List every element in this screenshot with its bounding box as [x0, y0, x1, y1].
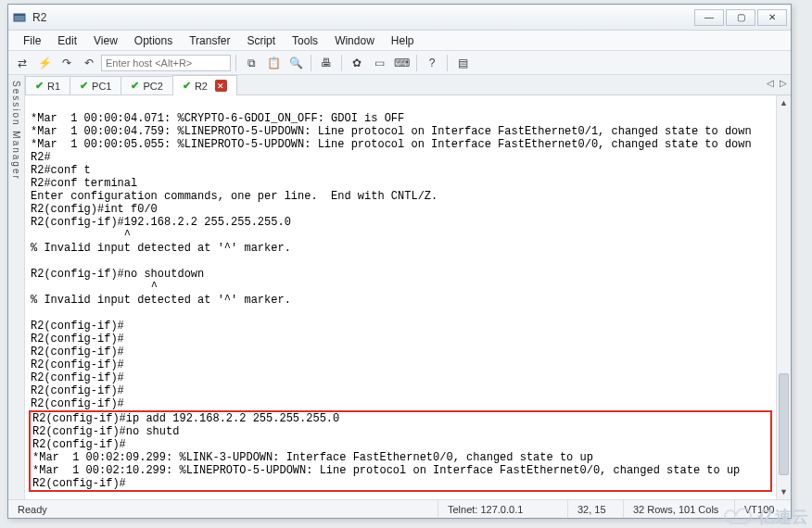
scroll-up-icon[interactable]: ▲: [777, 95, 791, 110]
status-connection: Telnet: 127.0.0.1: [438, 500, 568, 518]
check-icon: ✔: [183, 80, 191, 92]
close-button[interactable]: ✕: [757, 9, 787, 26]
maximize-button[interactable]: ▢: [726, 9, 755, 26]
status-ready: Ready: [8, 500, 438, 518]
menu-transfer[interactable]: Transfer: [182, 32, 237, 49]
scroll-down-icon[interactable]: ▼: [777, 484, 791, 499]
host-input[interactable]: [101, 55, 231, 71]
app-icon: [12, 10, 27, 25]
terminal-output[interactable]: *Mar 1 00:00:04.071: %CRYPTO-6-GDOI_ON_O…: [25, 95, 776, 499]
tab-pc2[interactable]: ✔ PC2: [121, 76, 172, 94]
find-icon[interactable]: 🔍: [285, 54, 306, 72]
tab-scroll-left-icon[interactable]: ◁: [767, 78, 774, 88]
session-manager-label: Session Manager: [11, 81, 21, 181]
menu-options[interactable]: Options: [127, 32, 180, 49]
menu-help[interactable]: Help: [384, 32, 422, 49]
menubar: File Edit View Options Transfer Script T…: [8, 31, 791, 51]
toolbar-separator: [447, 55, 448, 71]
toggle-icon[interactable]: ▤: [452, 54, 473, 72]
tab-label: R2: [195, 81, 208, 92]
options-icon[interactable]: ✿: [347, 54, 367, 72]
toolbar: ⇄ ⚡ ↷ ↶ ⧉ 📋 🔍 🖶 ✿ ▭ ⌨ ? ▤: [8, 51, 791, 75]
keymap-icon[interactable]: ⌨: [391, 54, 412, 72]
menu-edit[interactable]: Edit: [50, 32, 84, 49]
scroll-thumb[interactable]: [779, 373, 789, 475]
tab-pc1[interactable]: ✔ PC1: [70, 76, 121, 94]
quick-connect-icon[interactable]: ⚡: [34, 54, 55, 72]
status-cursor: 32, 15: [568, 500, 624, 518]
svg-rect-1: [14, 14, 25, 16]
tab-label: R1: [47, 81, 60, 92]
vertical-scrollbar[interactable]: ▲ ▼: [776, 95, 791, 499]
app-window: R2 — ▢ ✕ File Edit View Options Transfer…: [7, 4, 792, 519]
reconnect-icon[interactable]: ⇄: [12, 54, 32, 72]
close-tab-icon[interactable]: ✕: [215, 80, 227, 92]
print-icon[interactable]: 🖶: [316, 54, 336, 72]
titlebar: R2 — ▢ ✕: [8, 5, 791, 31]
session-manager-panel[interactable]: Session Manager: [8, 75, 25, 499]
check-icon: ✔: [80, 80, 88, 92]
connect-icon[interactable]: ↷: [57, 54, 77, 72]
toolbar-separator: [416, 55, 417, 71]
menu-view[interactable]: View: [86, 32, 125, 49]
menu-script[interactable]: Script: [239, 32, 283, 49]
help-icon[interactable]: ?: [422, 54, 442, 72]
tab-r2[interactable]: ✔ R2 ✕: [172, 75, 237, 95]
check-icon: ✔: [131, 80, 139, 92]
tabstrip: ✔ R1 ✔ PC1 ✔ PC2 ✔ R2 ✕ ◁ ▷: [25, 75, 791, 95]
minimize-button[interactable]: —: [694, 9, 724, 26]
status-size: 32 Rows, 101 Cols: [624, 500, 735, 518]
session-icon[interactable]: ▭: [369, 54, 389, 72]
paste-icon[interactable]: 📋: [263, 54, 284, 72]
statusbar: Ready Telnet: 127.0.0.1 32, 15 32 Rows, …: [8, 499, 791, 518]
check-icon: ✔: [35, 80, 44, 92]
menu-tools[interactable]: Tools: [285, 32, 325, 49]
tab-r1[interactable]: ✔ R1: [25, 76, 70, 94]
disconnect-icon[interactable]: ↶: [79, 54, 99, 72]
menu-window[interactable]: Window: [327, 32, 382, 49]
toolbar-separator: [311, 55, 311, 71]
tab-scroll-right-icon[interactable]: ▷: [780, 78, 787, 88]
menu-file[interactable]: File: [16, 32, 48, 49]
copy-icon[interactable]: ⧉: [241, 54, 261, 72]
highlighted-block: R2(config-if)#ip add 192.168.2.2 255.255…: [29, 410, 772, 492]
tab-label: PC2: [143, 81, 162, 92]
toolbar-separator: [341, 55, 342, 71]
window-title: R2: [32, 11, 694, 24]
status-emulation: VT100: [735, 500, 791, 518]
toolbar-separator: [235, 55, 236, 71]
tab-label: PC1: [92, 81, 111, 92]
